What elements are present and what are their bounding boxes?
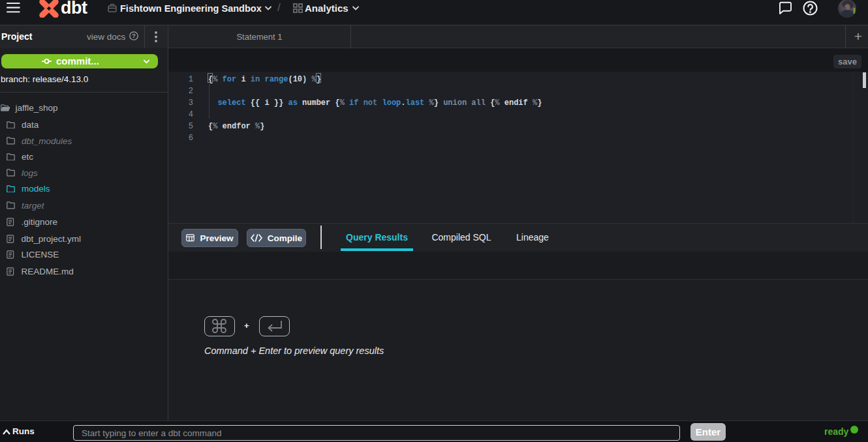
svg-text:?: ? xyxy=(132,33,136,39)
